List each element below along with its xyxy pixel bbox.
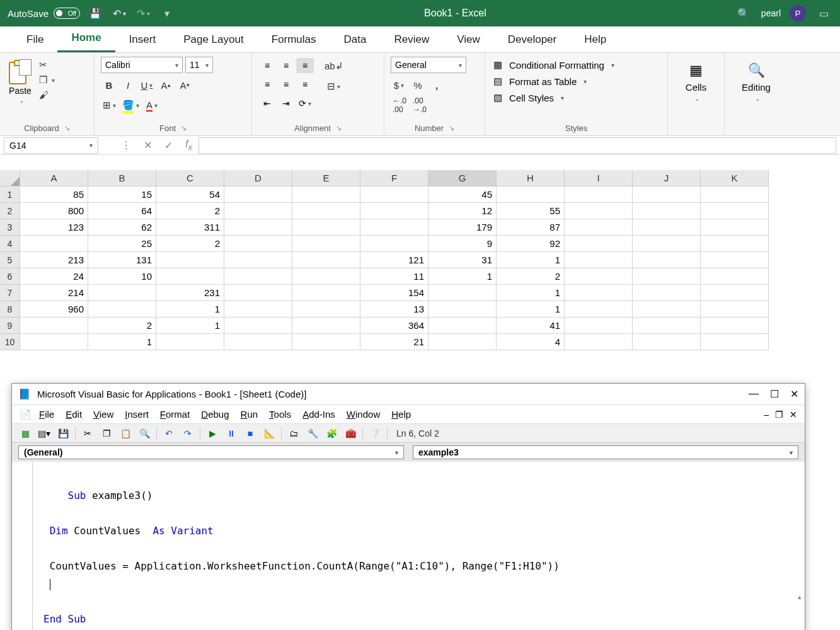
cell[interactable]: 85 [20, 186, 88, 203]
cell[interactable]: 21 [360, 334, 429, 350]
decrease-indent-button[interactable]: ⇤ [258, 96, 276, 111]
row-header[interactable]: 3 [0, 219, 20, 236]
doc-restore-button[interactable]: ❐ [775, 410, 783, 420]
cell[interactable] [701, 252, 769, 268]
cell[interactable] [701, 186, 769, 203]
insert-module-icon[interactable]: ▤▾ [37, 427, 51, 440]
cell[interactable]: 364 [360, 318, 429, 334]
cell[interactable] [224, 301, 292, 318]
italic-button[interactable]: I [120, 77, 136, 93]
cell[interactable]: 9 [429, 236, 497, 252]
vba-object-select[interactable]: (General)▾ [18, 445, 404, 459]
cell[interactable]: 1 [156, 318, 224, 334]
cell[interactable]: 123 [20, 219, 88, 236]
cell[interactable] [633, 203, 701, 219]
cell[interactable]: 62 [88, 219, 156, 236]
row-header[interactable]: 1 [0, 186, 20, 203]
pause-icon[interactable]: ⏸ [224, 427, 238, 440]
row-header[interactable]: 6 [0, 268, 20, 285]
align-top-button[interactable]: ≡ [258, 58, 276, 73]
cell[interactable] [88, 301, 156, 318]
fx-button[interactable]: fx [179, 139, 198, 152]
column-header[interactable]: E [292, 170, 360, 186]
increase-decimal-button[interactable]: ←.0.00 [391, 97, 408, 113]
cell[interactable] [224, 236, 292, 252]
tab-home[interactable]: Home [57, 25, 115, 52]
cell[interactable]: 311 [156, 219, 224, 236]
cut-button[interactable]: ✂ [39, 59, 55, 71]
comma-button[interactable]: , [429, 77, 445, 93]
search-icon[interactable]: 🔍 [735, 4, 752, 22]
vba-menu-tools[interactable]: Tools [269, 409, 291, 420]
autosave-toggle[interactable]: AutoSave Off [8, 8, 80, 19]
column-header[interactable]: I [565, 170, 633, 186]
save-icon[interactable]: 💾 [86, 4, 104, 22]
cell[interactable]: 1 [497, 252, 565, 268]
cell[interactable] [565, 318, 633, 334]
vba-menu-view[interactable]: View [93, 409, 113, 420]
borders-button[interactable]: ⊞▾ [101, 97, 118, 113]
increase-indent-button[interactable]: ⇥ [277, 96, 295, 111]
cell[interactable] [565, 301, 633, 318]
accounting-button[interactable]: $▾ [391, 77, 407, 93]
redo-icon[interactable]: ↷ [181, 427, 195, 440]
toolbox-icon[interactable]: 🧰 [343, 427, 357, 440]
cell[interactable]: 213 [20, 252, 88, 268]
dialog-launcher-icon[interactable]: ↘ [336, 124, 342, 132]
vba-code-editor[interactable]: Sub example3() Dim CountValues As Varian… [12, 462, 805, 630]
cell[interactable] [701, 219, 769, 236]
vba-menu-debug[interactable]: Debug [201, 409, 229, 420]
cell[interactable]: 1 [497, 301, 565, 318]
close-button[interactable]: ✕ [790, 388, 798, 400]
wrap-text-button[interactable]: ab↲ [323, 58, 345, 74]
cell[interactable] [565, 252, 633, 268]
cell[interactable] [360, 203, 429, 219]
cell[interactable] [633, 318, 701, 334]
cell[interactable]: 92 [497, 236, 565, 252]
cell[interactable] [292, 252, 360, 268]
cell[interactable] [360, 219, 429, 236]
column-header[interactable]: B [88, 170, 156, 186]
select-all-corner[interactable] [0, 170, 20, 186]
cell[interactable] [633, 186, 701, 203]
doc-minimize-button[interactable]: – [764, 410, 769, 420]
cell[interactable] [701, 301, 769, 318]
cell[interactable] [565, 268, 633, 285]
column-header[interactable]: C [156, 170, 224, 186]
fill-color-button[interactable]: 🪣▾ [120, 97, 141, 113]
cell[interactable] [292, 285, 360, 301]
cell[interactable]: 15 [88, 186, 156, 203]
save-icon[interactable]: 💾 [56, 427, 70, 440]
cell[interactable] [156, 268, 224, 285]
cell[interactable] [224, 268, 292, 285]
cell[interactable] [156, 252, 224, 268]
cell[interactable] [20, 236, 88, 252]
cell[interactable] [701, 268, 769, 285]
cell[interactable] [633, 285, 701, 301]
cell[interactable]: 12 [429, 203, 497, 219]
paste-icon[interactable]: 📋 [118, 427, 132, 440]
font-color-button[interactable]: A▾ [144, 97, 160, 113]
align-bottom-button[interactable]: ≡ [296, 58, 314, 73]
design-mode-icon[interactable]: 📐 [262, 427, 276, 440]
align-center-button[interactable]: ≡ [277, 77, 295, 92]
cell[interactable]: 1 [88, 334, 156, 350]
cell[interactable] [224, 334, 292, 350]
bold-button[interactable]: B [101, 77, 117, 93]
cell[interactable]: 45 [429, 186, 497, 203]
vba-menu-run[interactable]: Run [241, 409, 258, 420]
cell[interactable] [292, 268, 360, 285]
font-size-select[interactable]: 11▾ [185, 57, 213, 73]
cut-icon[interactable]: ✂ [81, 427, 95, 440]
cell[interactable]: 24 [20, 268, 88, 285]
cell[interactable] [292, 219, 360, 236]
column-header[interactable]: D [224, 170, 292, 186]
cell[interactable] [565, 219, 633, 236]
cell[interactable] [224, 318, 292, 334]
vba-menu-help[interactable]: Help [391, 409, 411, 420]
cell[interactable] [292, 236, 360, 252]
cell[interactable]: 31 [429, 252, 497, 268]
cell[interactable]: 800 [20, 203, 88, 219]
help-icon[interactable]: ❔ [368, 427, 382, 440]
row-header[interactable]: 9 [0, 318, 20, 334]
